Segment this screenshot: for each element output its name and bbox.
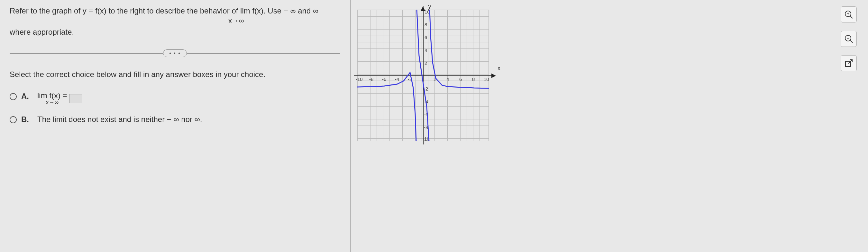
expand-divider[interactable]: • • • bbox=[10, 49, 340, 57]
zoom-in-icon bbox=[844, 10, 853, 19]
limit-top: lim f(x) = bbox=[37, 92, 67, 100]
x-axis-label: x bbox=[497, 65, 500, 72]
instruction-text: Select the correct choice below and fill… bbox=[10, 70, 340, 79]
radio-a[interactable] bbox=[10, 93, 17, 100]
prompt-line-1: Refer to the graph of y = f(x) to the ri… bbox=[10, 6, 340, 15]
radio-b[interactable] bbox=[10, 116, 17, 123]
expand-pill[interactable]: • • • bbox=[163, 49, 187, 57]
svg-line-7 bbox=[850, 40, 852, 43]
zoom-in-button[interactable] bbox=[841, 6, 857, 23]
svg-line-3 bbox=[850, 16, 852, 18]
choice-b-text: The limit does not exist and is neither … bbox=[37, 115, 202, 124]
popout-icon bbox=[844, 59, 853, 67]
zoom-out-icon bbox=[844, 34, 853, 43]
prompt-line-2: where appropriate. bbox=[10, 28, 340, 37]
svg-marker-1 bbox=[491, 73, 496, 78]
zoom-out-button[interactable] bbox=[841, 31, 857, 47]
choice-b-label: B. bbox=[21, 115, 30, 124]
choice-a-content: lim f(x) = x→∞ bbox=[37, 92, 82, 105]
choice-a-row[interactable]: A. lim f(x) = x→∞ bbox=[10, 92, 340, 105]
answer-input-a[interactable] bbox=[69, 94, 82, 103]
divider-line-left bbox=[10, 53, 163, 53]
question-panel: Refer to the graph of y = f(x) to the ri… bbox=[0, 0, 350, 252]
limit-expression: lim f(x) = x→∞ bbox=[37, 92, 67, 105]
limit-subscript: x→∞ bbox=[46, 100, 59, 105]
arrow-right-icon bbox=[491, 71, 496, 80]
prompt-limit-subscript: x→∞ bbox=[228, 17, 340, 25]
divider-line-right bbox=[187, 53, 340, 53]
graph-panel[interactable]: y x -10 -8 -6 -4 -2 2 4 6 8 10 10 8 6 4 … bbox=[357, 10, 489, 141]
choice-b-row[interactable]: B. The limit does not exist and is neith… bbox=[10, 115, 340, 124]
function-curve bbox=[357, 10, 489, 141]
popout-button[interactable] bbox=[841, 55, 857, 71]
tool-rail bbox=[839, 6, 858, 71]
choice-a-label: A. bbox=[21, 92, 30, 101]
